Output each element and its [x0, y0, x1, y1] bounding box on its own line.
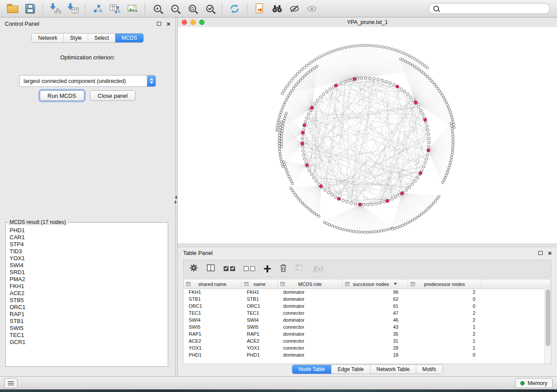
zoom-out-button[interactable]: − — [166, 2, 183, 16]
graph-node[interactable] — [418, 69, 420, 71]
graph-node[interactable] — [342, 199, 344, 202]
show-columns-button[interactable] — [207, 264, 215, 273]
graph-node[interactable] — [282, 106, 284, 108]
table-cell[interactable]: connector — [278, 309, 343, 316]
graph-node[interactable] — [312, 176, 315, 179]
table-cell[interactable]: ORC1 — [242, 303, 278, 309]
scrollbar-thumb[interactable] — [546, 289, 550, 346]
graph-node[interactable] — [308, 169, 311, 172]
graph-node[interactable] — [313, 59, 315, 61]
graph-node[interactable] — [309, 209, 311, 211]
graph-node[interactable] — [280, 111, 282, 113]
graph-node[interactable] — [316, 99, 319, 101]
table-cell[interactable]: dominator — [278, 330, 343, 337]
table-row[interactable]: TEC1TEC1connector472 — [183, 309, 545, 316]
graph-node[interactable] — [367, 44, 369, 46]
graph-node[interactable] — [400, 51, 402, 53]
table-cell[interactable]: 29 — [343, 344, 408, 351]
graph-node[interactable] — [424, 118, 427, 121]
graph-node[interactable] — [327, 191, 330, 194]
mcds-result-item[interactable]: TID3 — [6, 248, 168, 255]
graph-node[interactable] — [296, 72, 298, 75]
select-all-columns-button[interactable] — [224, 266, 235, 271]
table-cell[interactable]: TEC1 — [183, 309, 242, 316]
graph-node[interactable] — [443, 179, 445, 181]
graph-node[interactable] — [280, 135, 283, 137]
graph-node[interactable] — [324, 189, 326, 191]
graph-node[interactable] — [422, 72, 424, 74]
mcds-result-item[interactable]: STB5 — [6, 297, 168, 304]
graph-node[interactable] — [276, 127, 278, 129]
graph-node[interactable] — [434, 200, 436, 202]
graph-node[interactable] — [422, 165, 425, 168]
graph-node[interactable] — [351, 45, 353, 48]
graph-node[interactable] — [433, 83, 436, 85]
table-cell[interactable]: STB1 — [183, 296, 242, 303]
graph-node[interactable] — [325, 90, 328, 93]
graph-node[interactable] — [358, 231, 360, 233]
graph-node[interactable] — [438, 89, 440, 92]
graph-node[interactable] — [445, 101, 447, 103]
table-cell[interactable]: RAP1 — [183, 330, 242, 337]
graph-node[interactable] — [323, 221, 325, 224]
table-cell[interactable]: 1 — [408, 337, 481, 344]
table-cell[interactable]: ORC1 — [183, 303, 242, 309]
graph-node[interactable] — [333, 226, 336, 228]
graph-node[interactable] — [313, 212, 315, 214]
graph-node[interactable] — [302, 150, 304, 152]
graph-node[interactable] — [294, 75, 296, 77]
graph-node[interactable] — [444, 176, 446, 179]
table-row[interactable]: ACE2ACE2connector311 — [183, 337, 545, 344]
graph-node[interactable] — [288, 82, 291, 84]
table-row[interactable]: PHD1PHD1dominator180 — [183, 351, 545, 358]
graph-node[interactable] — [310, 107, 313, 110]
graph-node[interactable] — [370, 203, 373, 206]
graph-node[interactable] — [279, 155, 281, 158]
graph-node[interactable] — [281, 127, 284, 130]
mcds-result-item[interactable]: FKH1 — [6, 283, 168, 290]
export-image-button[interactable] — [124, 2, 141, 16]
graph-node[interactable] — [303, 75, 305, 77]
graph-node[interactable] — [284, 163, 286, 165]
graph-node[interactable] — [450, 159, 452, 161]
splitter-handle[interactable] — [175, 196, 177, 204]
graph-node[interactable] — [280, 160, 283, 162]
mcds-result-item[interactable]: ORC1 — [6, 304, 168, 311]
graph-node[interactable] — [414, 101, 417, 104]
graph-node[interactable] — [301, 142, 304, 145]
mcds-result-item[interactable]: STB1 — [6, 318, 168, 325]
mcds-result-item[interactable]: ACE2 — [6, 290, 168, 297]
table-cell[interactable]: YOX1 — [242, 344, 278, 351]
graph-node[interactable] — [419, 61, 421, 63]
graph-node[interactable] — [394, 49, 396, 51]
table-cell[interactable]: dominator — [278, 296, 343, 303]
graph-node[interactable] — [281, 109, 283, 111]
graph-node[interactable] — [301, 202, 303, 204]
graph-node[interactable] — [427, 129, 429, 131]
graph-node[interactable] — [279, 150, 281, 152]
memory-button[interactable]: Memory — [515, 378, 553, 388]
graph-node[interactable] — [354, 203, 356, 205]
graph-node[interactable] — [282, 125, 284, 127]
graph-node[interactable] — [440, 92, 442, 94]
graph-node[interactable] — [367, 231, 369, 233]
graph-node[interactable] — [452, 146, 454, 148]
mcds-result-item[interactable]: STP4 — [6, 241, 168, 248]
delete-column-button[interactable] — [280, 264, 287, 274]
graph-node[interactable] — [336, 227, 338, 229]
graph-node[interactable] — [316, 58, 318, 60]
graph-node[interactable] — [444, 99, 446, 101]
table-row[interactable]: ORC1ORC1dominator610 — [183, 303, 545, 309]
graph-node[interactable] — [307, 113, 310, 115]
graph-node[interactable] — [357, 45, 359, 47]
graph-node[interactable] — [428, 137, 430, 140]
graph-node[interactable] — [290, 180, 292, 182]
find-button[interactable] — [269, 2, 285, 16]
graph-node[interactable] — [445, 174, 447, 176]
graph-node[interactable] — [287, 173, 289, 175]
graph-node[interactable] — [331, 225, 333, 227]
graph-node[interactable] — [386, 199, 389, 203]
graph-node[interactable] — [331, 194, 333, 196]
graph-node[interactable] — [426, 124, 429, 127]
table-cell[interactable]: RAP1 — [242, 330, 278, 337]
